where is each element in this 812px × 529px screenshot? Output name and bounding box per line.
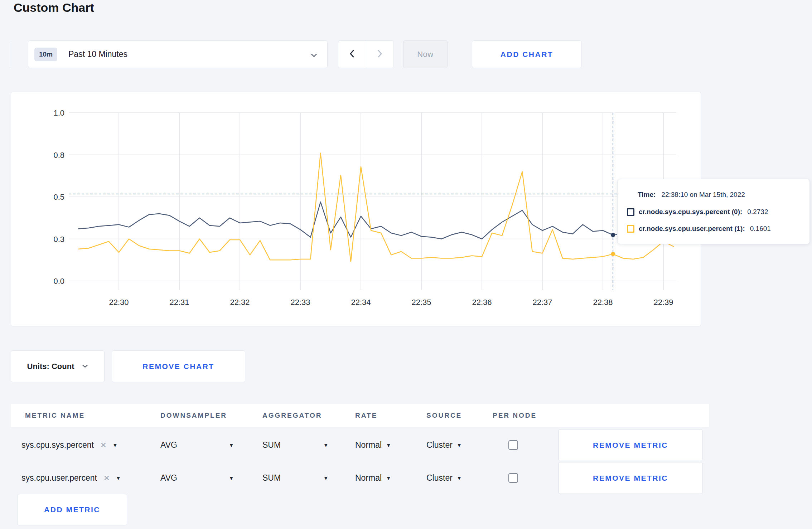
tooltip-series-row: cr.node.sys.cpu.user.percent (1): 0.1601 [627, 225, 771, 233]
tooltip-series-name: cr.node.sys.cpu.sys.percent (0): [639, 208, 742, 216]
tooltip-time-value: 22:38:10 on Mar 15th, 2022 [661, 191, 745, 199]
chart-plot-area[interactable]: 0.00.30.50.81.022:3022:3122:3222:3322:34… [0, 0, 812, 529]
svg-text:22:31: 22:31 [169, 298, 189, 307]
series-user-swatch-icon [627, 225, 634, 233]
svg-text:22:35: 22:35 [411, 298, 431, 307]
svg-text:22:33: 22:33 [290, 298, 310, 307]
tooltip-series-value: 0.2732 [747, 208, 768, 216]
svg-text:0.5: 0.5 [53, 193, 64, 202]
chart-tooltip: Time: 22:38:10 on Mar 15th, 2022 cr.node… [617, 179, 810, 244]
svg-text:0.0: 0.0 [53, 277, 64, 286]
tooltip-time-row: Time: 22:38:10 on Mar 15th, 2022 [638, 191, 745, 199]
svg-text:0.8: 0.8 [53, 151, 64, 160]
tooltip-time-label: Time: [638, 191, 656, 199]
svg-text:22:39: 22:39 [653, 298, 673, 307]
svg-text:22:32: 22:32 [230, 298, 250, 307]
tooltip-series-row: cr.node.sys.cpu.sys.percent (0): 0.2732 [627, 208, 768, 216]
svg-text:22:38: 22:38 [593, 298, 613, 307]
svg-text:22:34: 22:34 [351, 298, 371, 307]
tooltip-series-value: 0.1601 [750, 225, 771, 233]
svg-text:22:37: 22:37 [532, 298, 552, 307]
svg-text:1.0: 1.0 [53, 108, 64, 117]
svg-text:22:30: 22:30 [109, 298, 129, 307]
svg-text:22:36: 22:36 [472, 298, 492, 307]
series-sys-swatch-icon [627, 208, 634, 216]
svg-text:0.3: 0.3 [53, 235, 64, 244]
tooltip-series-name: cr.node.sys.cpu.user.percent (1): [639, 225, 745, 233]
custom-chart-page: { "page": { "title": "Custom Chart" }, "… [0, 0, 812, 529]
